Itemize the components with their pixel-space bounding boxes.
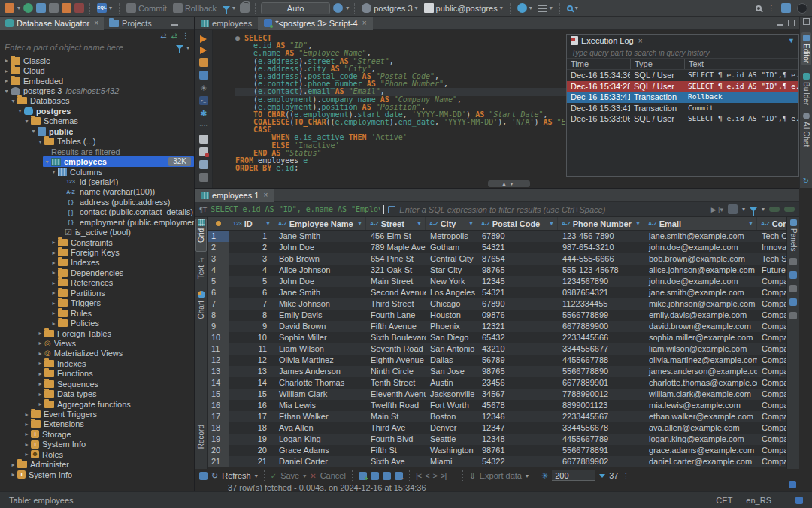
- close-icon[interactable]: ×: [362, 19, 367, 27]
- row-number-cell[interactable]: 18: [208, 422, 229, 434]
- grid-cell[interactable]: jane.smith@example.com: [644, 287, 757, 298]
- grid-cell[interactable]: jane.smith@example.com: [644, 231, 757, 242]
- grid-cell[interactable]: liam.wilson@example.com: [644, 343, 757, 355]
- grid-cell[interactable]: Alice Johnson: [274, 265, 366, 276]
- grid-cell[interactable]: 45678: [477, 400, 558, 411]
- grid-cell[interactable]: Metropolis: [426, 231, 477, 242]
- new-script-icon[interactable]: [199, 135, 208, 144]
- tree-chevron-icon[interactable]: ▸: [36, 350, 44, 357]
- tree-chevron-icon[interactable]: ▸: [23, 441, 31, 448]
- prev-row-icon[interactable]: <: [425, 471, 429, 480]
- grid-cell[interactable]: john.doe@example.com: [644, 276, 757, 287]
- grid-cell[interactable]: 5: [229, 276, 274, 287]
- column-header-postal-code[interactable]: A-ZPostal Code▼: [477, 217, 558, 230]
- sort-dropdown-icon[interactable]: ▼: [549, 217, 554, 230]
- column-header-street[interactable]: A-ZStreet▼: [366, 217, 426, 230]
- transaction-timeout-icon[interactable]: [333, 3, 343, 13]
- grid-cell[interactable]: David Brown: [274, 321, 366, 332]
- execute-statement-icon[interactable]: [200, 35, 207, 43]
- column-header-id[interactable]: 123ID▼: [229, 217, 274, 230]
- tree-item-id-serial4[interactable]: 123id (serial4): [0, 177, 194, 186]
- grid-cell[interactable]: Central City: [426, 253, 477, 265]
- row-number-cell[interactable]: 20: [208, 445, 229, 456]
- last-row-icon[interactable]: >|: [441, 471, 446, 480]
- grid-cell[interactable]: 67890: [477, 298, 558, 310]
- open-connection-icon[interactable]: [36, 3, 46, 13]
- tree-chevron-icon[interactable]: ▸: [9, 461, 17, 468]
- save-button[interactable]: Save: [280, 471, 299, 480]
- filter-menu-icon[interactable]: [750, 207, 757, 212]
- grid-cell[interactable]: 2: [229, 242, 274, 253]
- tab-projects[interactable]: Projects: [104, 17, 157, 30]
- tree-chevron-icon[interactable]: ▸: [36, 360, 44, 367]
- execute-new-tab-icon[interactable]: [200, 47, 207, 54]
- row-number-cell[interactable]: 11: [208, 343, 229, 355]
- grid-cell[interactable]: Company L: [757, 400, 786, 411]
- refresh-button[interactable]: Refresh: [222, 471, 251, 480]
- tab-text[interactable]: .TText: [195, 256, 207, 286]
- delete-row-icon[interactable]: [395, 472, 403, 480]
- row-number-cell[interactable]: 19: [208, 434, 229, 445]
- log-col-type[interactable]: Type: [630, 59, 684, 69]
- grid-cell[interactable]: 1: [229, 231, 274, 242]
- row-number-cell[interactable]: 21: [208, 456, 229, 467]
- refresh-dock-icon[interactable]: ↻: [803, 177, 809, 185]
- grid-cell[interactable]: 20: [229, 445, 274, 456]
- tree-item-results-are-filtered[interactable]: Results are filtered: [0, 147, 194, 156]
- grid-cell[interactable]: 6: [229, 287, 274, 298]
- grid-cell[interactable]: Company A: [757, 276, 786, 287]
- table-row[interactable]: 1212Olivia MartinezEighth AvenueDallas56…: [208, 355, 786, 366]
- tree-chevron-icon[interactable]: ▸: [2, 77, 11, 84]
- tab-builder[interactable]: Builder: [802, 73, 810, 105]
- filter-funnel-icon[interactable]: [176, 45, 183, 50]
- grid-cell[interactable]: Main Street: [366, 276, 426, 287]
- text-size-button[interactable]: ▾: [537, 2, 554, 15]
- tree-chevron-icon[interactable]: ▸: [23, 431, 31, 437]
- erase-filter-icon[interactable]: [728, 204, 738, 214]
- grid-cell[interactable]: Company C: [757, 298, 786, 310]
- log-row[interactable]: Dec-16 15:34:28SQL / UserSELECT ¶ e.id A…: [567, 81, 798, 92]
- grid-cell[interactable]: 0987654321: [558, 287, 644, 298]
- sync-connection-icon[interactable]: ⇄: [171, 32, 177, 40]
- references-panel-icon[interactable]: [789, 298, 797, 306]
- focus-cell-icon[interactable]: [450, 473, 456, 479]
- metadata-icon[interactable]: [789, 285, 797, 292]
- grid-cell[interactable]: Star City: [426, 265, 477, 276]
- tree-chevron-icon[interactable]: ▸: [36, 391, 44, 398]
- tree-item-indexes[interactable]: ▸Indexes: [0, 258, 194, 268]
- row-number-cell[interactable]: 2: [208, 242, 229, 253]
- duplicate-row-icon[interactable]: [371, 472, 379, 480]
- grid-cell[interactable]: Jacksonville: [426, 389, 477, 400]
- grid-menu-icon[interactable]: ⋮: [622, 472, 629, 480]
- grid-cell[interactable]: 98761: [477, 445, 558, 456]
- grid-cell[interactable]: 654 Pine St: [366, 253, 426, 265]
- grid-cell[interactable]: 12347: [477, 422, 558, 434]
- grid-cell[interactable]: Company M: [757, 411, 786, 422]
- explain-plan-icon[interactable]: [199, 71, 208, 80]
- grid-cell[interactable]: david.brown@example.com: [644, 321, 757, 332]
- new-connection-dropdown[interactable]: ▾: [17, 5, 20, 11]
- tree-item-contact-public-contact-details[interactable]: { }contact (public.contact_details): [0, 207, 194, 217]
- tree-chevron-icon[interactable]: ▸: [50, 320, 58, 327]
- table-row[interactable]: 1313James AndersonNinth CircleSan Jose98…: [208, 366, 786, 377]
- grid-cell[interactable]: Fifth St: [366, 445, 426, 456]
- table-row[interactable]: 2020Grace AdamsFifth StWashington9876155…: [208, 445, 786, 456]
- grid-cell[interactable]: 555-123-45678: [558, 265, 644, 276]
- table-row[interactable]: 88Emily DavisFourth LaneHouston098765566…: [208, 310, 786, 321]
- grid-cell[interactable]: alice.johnson@example.com: [644, 265, 757, 276]
- tree-chevron-icon[interactable]: ▸: [50, 280, 58, 286]
- grid-cell[interactable]: 54321: [477, 242, 558, 253]
- filter-dropdown-icon[interactable]: ▾: [186, 44, 189, 51]
- grid-cell[interactable]: Main St: [366, 411, 426, 422]
- grid-cell[interactable]: 4: [229, 265, 274, 276]
- grid-cell[interactable]: 6677889901: [558, 377, 644, 389]
- grid-cell[interactable]: San Jose: [426, 366, 477, 377]
- grid-cell[interactable]: Fourth Lane: [366, 310, 426, 321]
- grid-corner-cell[interactable]: [208, 217, 229, 230]
- next-row-icon[interactable]: >: [433, 471, 437, 480]
- tree-item-references[interactable]: ▸References: [0, 278, 194, 288]
- minimize-icon[interactable]: [777, 24, 783, 26]
- tab-chart[interactable]: Chart: [195, 291, 207, 327]
- row-number-cell[interactable]: 14: [208, 377, 229, 389]
- avatar[interactable]: [797, 3, 807, 14]
